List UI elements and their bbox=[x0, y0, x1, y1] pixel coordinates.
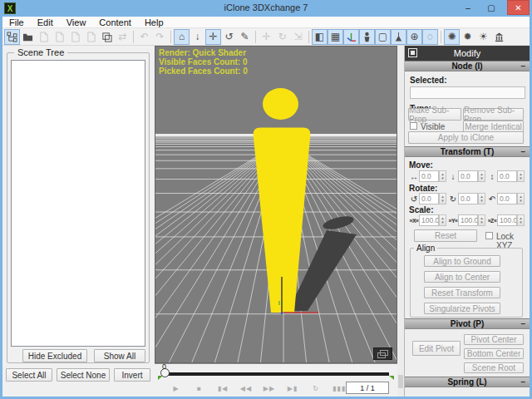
prev-frame-button[interactable]: ◀◀ bbox=[236, 382, 256, 395]
reset-transform-values-button[interactable]: Reset bbox=[414, 229, 477, 242]
export-3ds-button[interactable] bbox=[36, 29, 52, 45]
move-row-value-x[interactable]: 0.0 bbox=[419, 170, 439, 182]
toggle-background-button[interactable]: ◧ bbox=[312, 29, 328, 45]
move-row-value-z[interactable]: 0.0 bbox=[497, 170, 517, 182]
menu-view[interactable]: View bbox=[60, 17, 93, 28]
scale-row-stepper[interactable]: ▴▾ bbox=[478, 214, 485, 226]
menu-edit[interactable]: Edit bbox=[31, 17, 60, 28]
export-fbx-button[interactable] bbox=[52, 29, 67, 45]
selected-node-field[interactable] bbox=[410, 86, 525, 99]
viewport-3d[interactable]: Render: Quick Shader Visible Faces Count… bbox=[155, 46, 397, 363]
scale-row-value-y[interactable]: 100.0 bbox=[458, 214, 478, 226]
menu-help[interactable]: Help bbox=[138, 17, 170, 28]
select-all-button[interactable]: Select All bbox=[6, 368, 52, 382]
apply-to-iclone-button[interactable]: Apply to iClone bbox=[408, 131, 524, 144]
first-frame-button[interactable]: ▮◀ bbox=[213, 382, 233, 395]
align-to-center-button[interactable]: Align to Center bbox=[424, 271, 500, 283]
ambient-light-button[interactable] bbox=[491, 29, 507, 45]
rotate-row-value-x[interactable]: 0.0 bbox=[419, 193, 439, 204]
undo-button[interactable]: ↶ bbox=[136, 29, 152, 45]
remove-sub-prop-button[interactable]: Remove Sub-Prop bbox=[463, 108, 524, 121]
move-row-value-y[interactable]: 0.0 bbox=[458, 170, 478, 182]
lock-xyz-checkbox[interactable] bbox=[485, 232, 493, 239]
scale-object-button[interactable]: ⇲ bbox=[290, 29, 306, 45]
move-row-stepper[interactable]: ▴▾ bbox=[517, 170, 525, 182]
move-camera-button[interactable]: ✛ bbox=[205, 29, 221, 45]
rotate-row-value-z[interactable]: 0.0 bbox=[497, 193, 517, 204]
rotate-row-stepper[interactable]: ▴▾ bbox=[478, 193, 485, 204]
next-frame-button[interactable]: ▶▶ bbox=[259, 382, 279, 395]
menu-content[interactable]: Content bbox=[92, 17, 138, 28]
node-section-header[interactable]: Node (I) – bbox=[405, 61, 530, 71]
toggle-selection-button[interactable]: ◌ bbox=[422, 29, 438, 45]
singularize-pivots-button[interactable]: Singularize Pivots bbox=[424, 303, 500, 314]
move-row-stepper[interactable]: ▴▾ bbox=[439, 170, 446, 182]
last-frame-button[interactable]: ▶▮ bbox=[283, 382, 303, 395]
viewport-layout-button[interactable] bbox=[373, 347, 392, 360]
scale-row-stepper[interactable]: ▴▾ bbox=[439, 214, 446, 226]
make-sub-prop-button[interactable]: Make Sub-Prop bbox=[408, 108, 461, 121]
move-to-ground-button[interactable]: ↓ bbox=[190, 29, 205, 45]
scale-row-stepper[interactable]: ▴▾ bbox=[517, 214, 525, 226]
rotate-camera-button[interactable]: ↺ bbox=[221, 29, 237, 45]
transform-section-header[interactable]: Transform (T) – bbox=[405, 146, 530, 157]
scene-root-button[interactable]: Scene Root bbox=[464, 362, 524, 373]
home-camera-button[interactable]: ⌂ bbox=[174, 29, 190, 45]
collapse-node-icon[interactable]: – bbox=[520, 62, 525, 71]
sun-light-button[interactable]: ☀ bbox=[475, 29, 491, 45]
maximize-button[interactable]: ▢ bbox=[480, 0, 502, 15]
close-button[interactable]: ✕ bbox=[507, 0, 530, 15]
reset-transform-button[interactable]: Reset Transform bbox=[424, 287, 500, 298]
scene-tree-toggle-button[interactable] bbox=[4, 29, 20, 45]
toggle-wireframe-button[interactable]: ⊕ bbox=[406, 29, 422, 45]
collapse-pivot-icon[interactable]: – bbox=[520, 319, 525, 329]
play-button[interactable]: ▶ bbox=[166, 382, 186, 395]
rotate-row-stepper[interactable]: ▴▾ bbox=[439, 193, 446, 204]
show-all-button[interactable]: Show All bbox=[94, 349, 145, 362]
move-row-stepper[interactable]: ▴▾ bbox=[478, 170, 485, 182]
panel-splitter[interactable] bbox=[397, 46, 404, 397]
export-to-iclone-button[interactable]: ⇄ bbox=[115, 29, 131, 45]
move-object-button[interactable]: ✛ bbox=[259, 29, 274, 45]
toggle-axis-button[interactable] bbox=[343, 29, 359, 45]
toggle-pivot-button[interactable] bbox=[391, 29, 406, 45]
apply-content-button[interactable] bbox=[99, 29, 115, 45]
pivot-center-button[interactable]: Pivot Center bbox=[464, 334, 524, 345]
export-bvh-button[interactable] bbox=[83, 29, 99, 45]
hide-excluded-button[interactable]: Hide Excluded bbox=[22, 349, 87, 362]
point-light-button[interactable]: ✺ bbox=[444, 29, 460, 45]
rotate-row-value-y[interactable]: 0.0 bbox=[458, 193, 478, 204]
minimize-button[interactable]: – bbox=[457, 0, 479, 15]
collapse-transform-icon[interactable]: – bbox=[520, 147, 525, 157]
toggle-figure-button[interactable] bbox=[359, 29, 375, 45]
edit-pivot-button[interactable]: Edit Pivot bbox=[412, 341, 461, 356]
scale-row-value-z[interactable]: 100.0 bbox=[497, 214, 517, 226]
frame-counter[interactable]: 1 / 1 bbox=[346, 382, 389, 394]
menu-file[interactable]: File bbox=[2, 17, 31, 28]
collapse-spring-icon[interactable]: – bbox=[520, 377, 525, 387]
scene-tree-list[interactable] bbox=[11, 60, 145, 347]
export-obj-button[interactable] bbox=[67, 29, 83, 45]
titlebar[interactable]: X iClone 3DXchange 7 – ▢ ✕ bbox=[0, 0, 532, 17]
spring-section-header[interactable]: Spring (L) – bbox=[405, 377, 530, 387]
invert-selection-button[interactable]: Invert bbox=[114, 368, 150, 382]
spot-light-button[interactable]: ✹ bbox=[460, 29, 475, 45]
select-none-button[interactable]: Select None bbox=[57, 368, 110, 382]
dock-toggle-icon[interactable] bbox=[408, 48, 417, 57]
open-file-button[interactable] bbox=[20, 29, 36, 45]
splitter-handle[interactable] bbox=[398, 375, 403, 388]
scale-row-value-x[interactable]: 100.0 bbox=[419, 214, 439, 226]
rotate-object-button[interactable]: ↻ bbox=[274, 29, 290, 45]
toggle-grid-button[interactable]: ▦ bbox=[328, 29, 343, 45]
timeline-track[interactable] bbox=[165, 372, 389, 376]
rotate-row-stepper[interactable]: ▴▾ bbox=[517, 193, 525, 204]
bottom-center-button[interactable]: Bottom Center bbox=[464, 348, 524, 359]
visible-checkbox[interactable] bbox=[410, 122, 417, 130]
pivot-section-header[interactable]: Pivot (P) – bbox=[405, 318, 530, 329]
align-to-ground-button[interactable]: Align to Ground bbox=[424, 255, 500, 267]
stop-button[interactable]: ■ bbox=[190, 382, 209, 395]
loop-button[interactable]: ↻ bbox=[306, 382, 326, 395]
toggle-shadow-button[interactable]: ▢ bbox=[375, 29, 391, 45]
redo-button[interactable]: ↷ bbox=[152, 29, 168, 45]
zoom-camera-button[interactable]: ✎ bbox=[237, 29, 253, 45]
